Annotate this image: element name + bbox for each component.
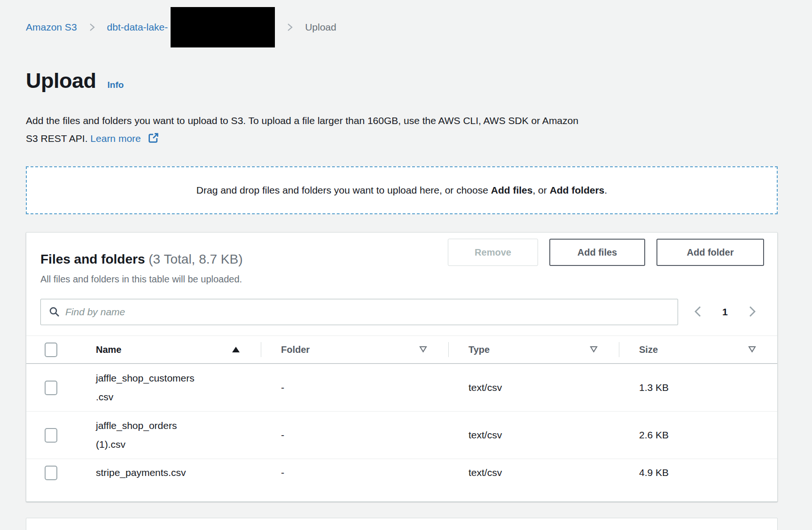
pagination: 1 xyxy=(694,305,757,319)
cell-size: 1.3 KB xyxy=(619,364,777,411)
current-page-number: 1 xyxy=(722,306,728,318)
drag-and-drop-zone[interactable]: Drag and drop files and folders you want… xyxy=(26,166,778,214)
page-title-row: Upload Info xyxy=(26,69,778,93)
files-panel-title: Files and folders (3 Total, 8.7 KB) xyxy=(40,252,243,267)
select-all-checkbox[interactable] xyxy=(45,343,57,357)
next-section-panel-edge xyxy=(26,518,778,530)
table-header-row: Name Folder Type Size xyxy=(26,335,777,364)
row-checkbox[interactable] xyxy=(45,381,57,395)
chevron-right-icon xyxy=(287,23,293,32)
files-panel: Files and folders (3 Total, 8.7 KB) All … xyxy=(26,232,778,502)
page: Amazon S3 dbt-data-lake- Upload Upload I… xyxy=(0,7,812,530)
cell-folder: - xyxy=(261,412,448,459)
breadcrumb-link-amazon-s3[interactable]: Amazon S3 xyxy=(26,22,77,33)
breadcrumb-current-upload: Upload xyxy=(305,22,336,33)
chevron-right-icon xyxy=(749,305,757,319)
row-select-cell xyxy=(26,459,76,486)
cell-type: text/csv xyxy=(448,459,619,486)
search-input[interactable] xyxy=(40,299,678,325)
table-row: jaffle_shop_customers.csv - text/csv 1.3… xyxy=(26,364,777,411)
search-row: 1 xyxy=(26,299,777,325)
previous-page-button[interactable] xyxy=(694,305,702,319)
page-title: Upload xyxy=(26,69,96,93)
column-header-type[interactable]: Type xyxy=(448,336,619,363)
info-link[interactable]: Info xyxy=(108,80,124,90)
row-checkbox[interactable] xyxy=(45,428,57,443)
sort-ascending-icon xyxy=(232,347,240,352)
column-header-folder[interactable]: Folder xyxy=(261,336,448,363)
files-panel-header: Files and folders (3 Total, 8.7 KB) All … xyxy=(26,233,777,285)
redacted-bucket-name xyxy=(171,7,275,47)
filter-triangle-icon[interactable] xyxy=(748,344,756,355)
intro-line2: S3 REST API. xyxy=(26,133,90,144)
files-count-summary: (3 Total, 8.7 KB) xyxy=(148,252,242,266)
intro-line1: Add the files and folders you want to up… xyxy=(26,115,578,126)
cell-size: 4.9 KB xyxy=(619,459,777,486)
filter-triangle-icon[interactable] xyxy=(590,344,598,355)
row-select-cell xyxy=(26,364,76,411)
remove-button[interactable]: Remove xyxy=(448,239,538,266)
intro-paragraph: Add the files and folders you want to up… xyxy=(26,112,778,149)
select-all-cell xyxy=(26,336,76,363)
next-page-button[interactable] xyxy=(749,305,757,319)
column-header-size[interactable]: Size xyxy=(619,336,777,363)
dropzone-text: Drag and drop files and folders you want… xyxy=(196,185,607,196)
row-checkbox[interactable] xyxy=(45,466,57,480)
breadcrumb: Amazon S3 dbt-data-lake- Upload xyxy=(26,7,778,48)
learn-more-link[interactable]: Learn more xyxy=(90,133,141,144)
external-link-icon xyxy=(145,135,159,146)
cell-type: text/csv xyxy=(448,364,619,411)
cell-folder: - xyxy=(261,459,448,486)
cell-name: jaffle_shop_orders (1).csv xyxy=(76,412,205,459)
column-header-name[interactable]: Name xyxy=(76,336,261,363)
filter-triangle-icon[interactable] xyxy=(419,344,427,355)
breadcrumb-link-bucket[interactable]: dbt-data-lake- xyxy=(107,22,168,33)
row-select-cell xyxy=(26,412,76,459)
panel-actions: Remove Add files Add folder xyxy=(448,239,764,285)
table-row: stripe_payments.csv - text/csv 4.9 KB xyxy=(26,459,777,486)
add-files-button[interactable]: Add files xyxy=(549,239,645,266)
cell-type: text/csv xyxy=(448,412,619,459)
cell-size: 2.6 KB xyxy=(619,412,777,459)
chevron-right-icon xyxy=(89,23,95,32)
cell-name: stripe_payments.csv xyxy=(76,459,205,486)
table-row: jaffle_shop_orders (1).csv - text/csv 2.… xyxy=(26,411,777,459)
cell-name: jaffle_shop_customers.csv xyxy=(76,364,205,411)
files-panel-description: All files and folders in this table will… xyxy=(40,274,243,285)
add-folder-button[interactable]: Add folder xyxy=(656,239,764,266)
files-table: Name Folder Type Size xyxy=(26,335,777,486)
search-icon xyxy=(49,306,60,320)
chevron-left-icon xyxy=(694,305,702,319)
cell-folder: - xyxy=(261,364,448,411)
